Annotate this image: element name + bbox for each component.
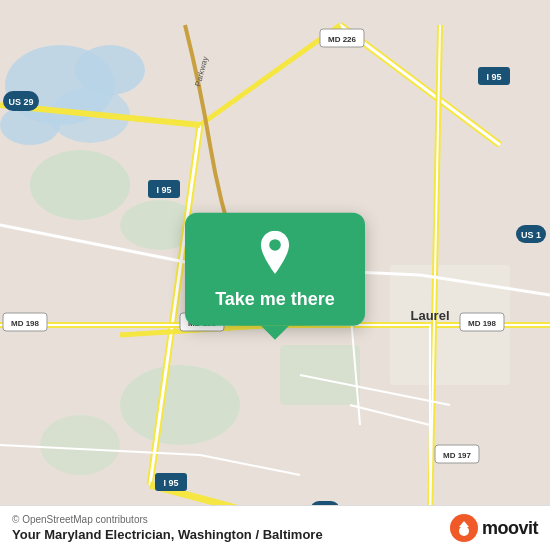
bottom-left: © OpenStreetMap contributors Your Maryla… [12, 514, 323, 542]
svg-point-56 [269, 239, 281, 251]
moovit-text: moovit [482, 518, 538, 539]
cta-button-text[interactable]: Take me there [215, 289, 335, 310]
moovit-logo[interactable]: moovit [450, 514, 538, 542]
svg-text:I 95: I 95 [163, 478, 178, 488]
svg-point-57 [459, 526, 469, 536]
cta-popup[interactable]: Take me there [185, 213, 365, 326]
svg-rect-7 [280, 345, 360, 405]
svg-text:I 95: I 95 [156, 185, 171, 195]
svg-text:MD 198: MD 198 [468, 319, 497, 328]
location-title: Your Maryland Electrician, Washington / … [12, 527, 323, 542]
svg-text:US 1: US 1 [521, 230, 541, 240]
svg-marker-58 [459, 521, 469, 527]
map-container: I 95 I 95 I 95 US 29 US 1 US 1 MD 198 MD… [0, 0, 550, 550]
attribution: © OpenStreetMap contributors [12, 514, 323, 525]
cta-card[interactable]: Take me there [185, 213, 365, 326]
svg-point-5 [30, 150, 130, 220]
svg-text:US 29: US 29 [8, 97, 33, 107]
svg-text:Laurel: Laurel [410, 308, 449, 323]
svg-text:MD 198: MD 198 [11, 319, 40, 328]
svg-text:MD 197: MD 197 [443, 451, 472, 460]
location-pin-icon [251, 231, 299, 279]
bottom-bar: © OpenStreetMap contributors Your Maryla… [0, 505, 550, 550]
svg-text:MD 226: MD 226 [328, 35, 357, 44]
svg-point-8 [120, 365, 240, 445]
moovit-icon [450, 514, 478, 542]
svg-text:I 95: I 95 [486, 72, 501, 82]
svg-point-9 [40, 415, 120, 475]
